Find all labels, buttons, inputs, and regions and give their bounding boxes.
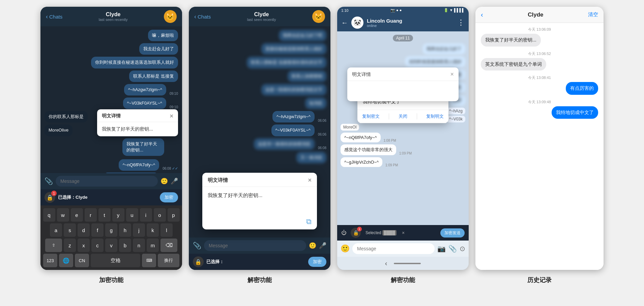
key-d[interactable]: d — [78, 223, 90, 237]
table-row: 直接在秘迷选落加联系人就好 — [193, 43, 326, 55]
key-s[interactable]: s — [64, 223, 76, 237]
emoji-icon[interactable]: 🙂 — [309, 242, 316, 249]
panel3-back-btn[interactable]: ← — [341, 19, 348, 27]
panel3-close-icon[interactable]: × — [402, 230, 405, 235]
key-b[interactable]: b — [119, 239, 131, 252]
camera-icon[interactable]: 📷 — [437, 245, 446, 253]
key-u[interactable]: u — [126, 208, 138, 222]
panel3-message-input[interactable] — [352, 243, 435, 254]
attach-icon[interactable]: 📎 — [448, 245, 457, 253]
key-l[interactable]: l — [160, 223, 173, 237]
key-keyboard[interactable]: ⌨ — [142, 254, 156, 267]
key-h[interactable]: h — [119, 223, 131, 237]
key-z[interactable]: z — [64, 239, 76, 252]
key-space[interactable]: 空格 — [91, 254, 140, 267]
key-m[interactable]: m — [147, 239, 159, 252]
key-f[interactable]: f — [91, 223, 104, 237]
key-a[interactable]: a — [50, 223, 62, 237]
key-w[interactable]: w — [57, 208, 69, 222]
panel2-popup-close-icon[interactable]: × — [308, 177, 312, 184]
key-c[interactable]: c — [91, 239, 104, 252]
key-k[interactable]: k — [147, 223, 159, 237]
panel3-status-bar: 1:10 📷 ● ● 🔋 ▼ ▌▌▌▌ — [337, 7, 469, 14]
key-n[interactable]: n — [133, 239, 145, 252]
mic-icon[interactable]: 🎤 — [319, 242, 326, 249]
msg-block3: 今天 13:08:41 有点厉害的 — [481, 75, 598, 95]
panel3-contact-status: online — [367, 24, 402, 28]
emoji-icon[interactable]: 🙂 — [160, 177, 168, 185]
panel2-back-label: Chats — [198, 14, 211, 20]
date-banner: April 11 — [393, 35, 413, 41]
key-123[interactable]: 123 — [43, 254, 57, 267]
panel1-message-input[interactable] — [56, 176, 158, 187]
panel2-encrypt-button[interactable]: 加密 — [308, 257, 326, 267]
key-q[interactable]: q — [43, 208, 55, 222]
table-row: 这是另一条很长的加密消息 06:08 — [193, 138, 326, 150]
panel4-clear-btn[interactable]: 清空 — [588, 11, 598, 18]
panel3-plaintext-close-icon[interactable]: × — [450, 71, 454, 78]
popup-title: 明文详情 — [102, 113, 121, 119]
panel3-nav-bar: ‹ — [337, 257, 469, 270]
panel1-encrypt-button[interactable]: 加密 — [160, 192, 178, 202]
panel2-popup-title: 明文详情 — [208, 177, 228, 184]
panel2-popup: 明文详情 × 我恢复了好半天的密钥... ⧉ — [202, 173, 317, 229]
key-o[interactable]: o — [154, 208, 166, 222]
panel2-message-input[interactable] — [204, 240, 306, 251]
key-i[interactable]: i — [140, 208, 152, 222]
key-p[interactable]: p — [168, 208, 180, 222]
key-r[interactable]: r — [85, 208, 97, 222]
msg-time2: 今天 13:06:52 — [528, 51, 551, 56]
key-return[interactable]: 换行 — [158, 254, 179, 267]
nav-back-btn[interactable]: ‹ — [385, 259, 387, 267]
key-j[interactable]: j — [133, 223, 145, 237]
msg-bubble: 嘛，麻烦啦 — [148, 30, 178, 41]
panel4-label: 历史记录 — [527, 276, 552, 284]
msg-time: 1:09 PM — [385, 163, 398, 167]
table-row: ^~V03kF0AYSL~^ 09:10 — [45, 98, 178, 109]
power-icon[interactable]: ⏻ — [341, 230, 347, 236]
panel3-more-icon[interactable]: ⋮ — [457, 18, 465, 27]
panel2-label: 解密功能 — [247, 276, 272, 284]
key-e[interactable]: e — [71, 208, 83, 222]
key-y[interactable]: y — [112, 208, 124, 222]
attach-icon[interactable]: 📎 — [193, 242, 201, 250]
panel2-center-info: Clyde last seen recently — [247, 11, 276, 22]
action-copy-cipher[interactable]: 复制密文 — [362, 113, 380, 119]
panel4-phone: ‹ Clyde 清空 今天 13:06:09 我恢复了好半天的密钥... 今天 … — [475, 7, 604, 270]
panel2-back-btn[interactable]: ‹ Chats — [194, 13, 211, 20]
panel1-keyboard: q w e r t y u i o p a s d f g h j k l — [40, 205, 182, 270]
msg-time: 09:10 — [170, 105, 178, 109]
selected-label: Selected — [365, 230, 382, 235]
panel4-back-btn[interactable]: ‹ — [481, 11, 483, 19]
action-close[interactable]: 关闭 — [399, 113, 407, 119]
popup-close-icon[interactable]: × — [170, 113, 173, 120]
emoji-btn[interactable]: 🙂 — [341, 244, 350, 253]
key-g[interactable]: g — [105, 223, 117, 237]
panel2-popup-overlay: 明文详情 × 我恢复了好半天的密钥... ⧉ — [189, 173, 330, 229]
key-v[interactable]: v — [105, 239, 117, 252]
key-shift[interactable]: ⇧ — [45, 239, 62, 252]
msg-time1: 今天 13:06:09 — [528, 27, 551, 32]
key-t[interactable]: t — [98, 208, 111, 222]
key-globe[interactable]: 🌐 — [59, 254, 73, 267]
more-icon[interactable]: ⊙ — [460, 245, 465, 253]
panel3-encrypt-send-button[interactable]: 加密发送 — [440, 228, 465, 238]
msg-bubble-blurred: 我再去赶会儿好了吧 — [279, 30, 326, 41]
panel3-avatar: 🐼 — [351, 17, 363, 29]
panel4-wrapper: ‹ Clyde 清空 今天 13:06:09 我恢复了好半天的密钥... 今天 … — [475, 7, 604, 284]
selected-label: 已选择： — [206, 259, 224, 264]
key-x[interactable]: x — [78, 239, 90, 252]
panel1-back-btn[interactable]: ‹ Chats — [46, 13, 62, 20]
msg-bubble: 联系人那标是 迄接复 — [129, 71, 178, 82]
panel4-title: Clyde — [528, 11, 543, 18]
panel3-label: 解密功能 — [391, 276, 415, 284]
panel2-copy-icon[interactable]: ⧉ — [306, 217, 312, 226]
msg-bubble-blurred: 又一条消息 — [296, 152, 326, 163]
key-delete[interactable]: ⌫ — [160, 239, 177, 252]
action-copy-plain[interactable]: 复制明文 — [426, 113, 444, 119]
mic-icon[interactable]: 🎤 — [171, 177, 178, 185]
key-cn[interactable]: CN — [75, 254, 89, 267]
attach-icon[interactable]: 📎 — [45, 177, 53, 185]
msg-block2: 今天 13:06:52 英文系统下密钥是九个单词 — [481, 51, 598, 71]
app-logo-icon: 🔒 — [193, 256, 204, 267]
